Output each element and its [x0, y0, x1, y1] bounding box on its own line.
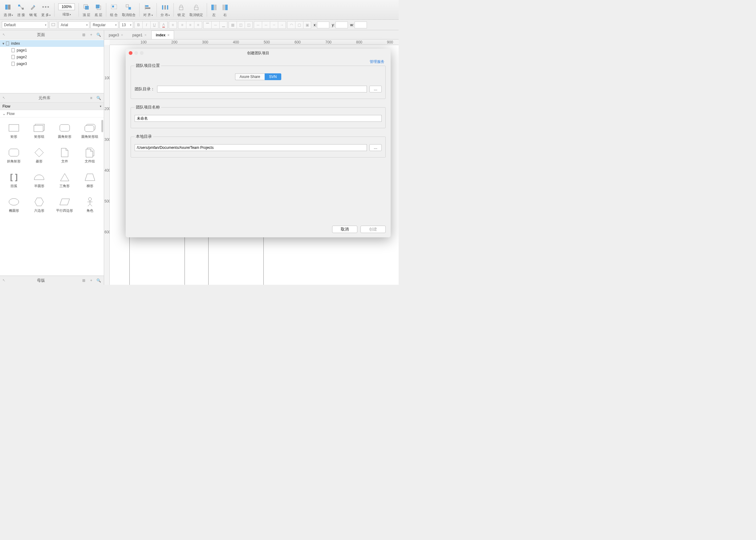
widget-semicircle[interactable]: 半圆形 [27, 168, 52, 193]
outer-shadow-button[interactable]: ◫ [237, 21, 245, 29]
project-name-input[interactable] [135, 115, 382, 122]
line-style-button[interactable]: ┄ [270, 21, 278, 29]
widget-bracket[interactable]: [ ]括弧 [1, 168, 27, 193]
unlock-button[interactable]: 取消锁定 [188, 1, 205, 19]
close-icon[interactable]: × [121, 33, 123, 37]
browse-team-dir-button[interactable]: … [370, 86, 382, 92]
bold-button[interactable]: B [134, 21, 142, 29]
inner-shadow-button[interactable]: ◫ [245, 21, 253, 29]
widget-parallelogram[interactable]: 平行四边形 [52, 193, 77, 217]
font-select[interactable]: Arial [58, 21, 89, 29]
underline-button[interactable]: U [150, 21, 159, 29]
align-right-button[interactable]: 右 [220, 1, 230, 19]
add-page-icon[interactable]: ＋ [88, 32, 94, 38]
create-button[interactable]: 创建 [361, 226, 386, 233]
align-left-button[interactable]: 左 [209, 1, 219, 19]
canvas-shape[interactable] [129, 236, 185, 285]
canvas-shape[interactable] [208, 236, 264, 285]
w-input[interactable] [355, 22, 367, 28]
collapse-arrow-icon[interactable]: ↖ [2, 278, 5, 282]
widget-actor[interactable]: 角色 [77, 193, 103, 217]
page-row[interactable]: page1 [0, 47, 104, 54]
widget-ellipse[interactable]: 椭圆形 [1, 193, 27, 217]
widget-rectangle[interactable]: 矩形 [1, 119, 27, 143]
line-spacing-button[interactable]: ≡ [169, 21, 177, 29]
fill-color-button[interactable]: ▦ [229, 21, 237, 29]
line-color-button[interactable]: ─ [262, 21, 270, 29]
padding-button[interactable]: ▣ [303, 21, 311, 29]
x-input[interactable] [317, 22, 329, 28]
browse-local-dir-button[interactable]: … [370, 144, 382, 151]
close-icon[interactable]: × [145, 33, 147, 37]
bring-front[interactable]: 顶 层 [81, 1, 92, 19]
tab-page1[interactable]: page1× [128, 31, 151, 39]
add-master-icon[interactable]: ＋ [88, 278, 94, 283]
style-copy-button[interactable] [49, 21, 57, 29]
select-tool[interactable]: 选 择 [2, 1, 15, 19]
collapse-arrow-icon[interactable]: ↖ [2, 33, 5, 37]
search-icon[interactable]: 🔍 [96, 95, 101, 101]
page-row-index[interactable]: ▼ index [0, 40, 104, 47]
page-row[interactable]: page3 [0, 61, 104, 67]
style-select[interactable]: Default [2, 21, 48, 29]
widget-hexagon[interactable]: 六边形 [27, 193, 52, 217]
distribute-button[interactable]: 分 布 [159, 1, 171, 19]
close-icon[interactable]: × [167, 33, 169, 37]
size-select[interactable]: 13 [120, 21, 133, 29]
widget-file-group[interactable]: 文件组 [77, 143, 103, 168]
widget-bevel-rect[interactable]: 斜角矩形 [1, 143, 27, 168]
pen-tool[interactable]: 钢 笔 [28, 1, 39, 19]
connect-tool[interactable]: 连 接 [15, 1, 27, 19]
align-center-text[interactable]: ≡ [186, 21, 194, 29]
group-button[interactable]: 组 合 [108, 1, 120, 19]
corner-radius-button[interactable]: ◠ [287, 21, 295, 29]
widget-triangle[interactable]: 三角形 [52, 168, 77, 193]
weight-select[interactable]: Regular [91, 21, 118, 29]
page-row[interactable]: page2 [0, 54, 104, 61]
add-folder-icon[interactable]: ⊞ [81, 278, 87, 283]
menu-icon[interactable]: ≡ [88, 95, 94, 101]
valign-top[interactable]: ▔ [203, 21, 211, 29]
manage-services-link[interactable]: 管理服务 [370, 59, 384, 65]
segment-axshare[interactable]: Axure Share [235, 73, 265, 80]
align-right-text[interactable]: ≡ [194, 21, 202, 29]
local-dir-input[interactable] [135, 144, 367, 151]
zoom-value[interactable]: 100% [58, 3, 75, 10]
widget-rounded-rect-group[interactable]: 圆角矩形组 [77, 119, 103, 143]
more-tool[interactable]: ••• 更 多 [40, 1, 53, 19]
close-window-icon[interactable] [129, 51, 133, 55]
segment-svn[interactable]: SVN [265, 73, 281, 80]
valign-bot[interactable]: ▁ [219, 21, 227, 29]
widget-scrollbar[interactable] [101, 120, 103, 132]
arrow-style-button[interactable]: → [278, 21, 286, 29]
library-select[interactable]: Flow [0, 103, 104, 110]
align-left-text[interactable]: ≡ [178, 21, 186, 29]
zoom-control[interactable]: 100% 缩放 [56, 1, 77, 19]
window-controls[interactable] [129, 51, 144, 55]
tab-page3[interactable]: page3× [104, 31, 128, 39]
align-button[interactable]: 对 齐 [142, 1, 154, 19]
border-vis-button[interactable]: ▢ [295, 21, 303, 29]
widget-trapezoid[interactable]: 梯形 [77, 168, 103, 193]
collapse-arrow-icon[interactable]: ↖ [2, 96, 5, 100]
cancel-button[interactable]: 取消 [332, 226, 357, 233]
tab-index[interactable]: index× [151, 31, 174, 39]
search-icon[interactable]: 🔍 [96, 278, 101, 283]
widget-rectangle-group[interactable]: 矩形组 [27, 119, 52, 143]
search-icon[interactable]: 🔍 [96, 32, 101, 38]
y-input[interactable] [336, 22, 348, 28]
text-color-button[interactable]: A [160, 21, 167, 29]
widget-diamond[interactable]: 菱形 [27, 143, 52, 168]
add-folder-icon[interactable]: ⊞ [81, 32, 87, 38]
team-dir-input[interactable] [157, 86, 367, 92]
italic-button[interactable]: I [142, 21, 150, 29]
widget-file[interactable]: 文件 [52, 143, 77, 168]
line-width-button[interactable]: ─ [254, 21, 262, 29]
lock-button[interactable]: 锁 定 [175, 1, 187, 19]
left-column: ↖ 页面 ⊞ ＋ 🔍 ▼ index page1 page2 page3 ↖ [0, 30, 104, 285]
widget-rounded-rect[interactable]: 圆角矩形 [52, 119, 77, 143]
send-back[interactable]: 底 层 [93, 1, 104, 19]
library-category[interactable]: Flow [0, 110, 104, 117]
ungroup-button[interactable]: 取消组合 [120, 1, 137, 19]
valign-mid[interactable]: ─ [211, 21, 219, 29]
